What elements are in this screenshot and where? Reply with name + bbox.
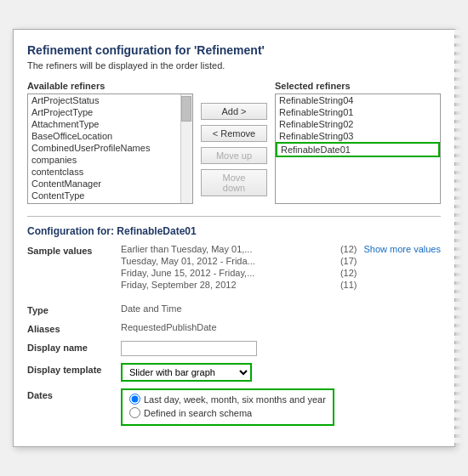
sample-value-line: Tuesday, May 01, 2012 - Frida... (17): [121, 256, 357, 266]
type-value: Date and Time: [121, 303, 441, 314]
list-item[interactable]: ContentType: [28, 190, 180, 201]
show-more-link[interactable]: Show more values: [364, 244, 442, 254]
dates-label: Dates: [27, 388, 121, 400]
display-name-row: Display name: [27, 341, 441, 356]
available-refiners-label: Available refiners: [27, 81, 193, 91]
radio-defined-label: Defined in search schema: [144, 408, 252, 418]
list-item[interactable]: RefinableString01: [276, 106, 440, 118]
move-down-button[interactable]: Move down: [201, 169, 267, 196]
refinement-dialog: Refinement configuration for 'Refinement…: [13, 29, 455, 447]
radio-row-defined: Defined in search schema: [129, 407, 326, 418]
list-item[interactable]: contentclass: [28, 166, 180, 178]
list-item[interactable]: BaseOfficeLocation: [28, 130, 180, 142]
list-item[interactable]: ArtProjectStatus: [28, 94, 180, 106]
sample-values-row: Sample values Earlier than Tuesday, May …: [27, 244, 441, 292]
radio-last-day-label: Last day, week, month, six months and ye…: [144, 394, 326, 405]
sample-count: (12): [340, 244, 357, 254]
aliases-row: Aliases RequestedPublishDate: [27, 322, 441, 334]
radio-defined[interactable]: [129, 407, 140, 418]
display-name-label: Display name: [27, 341, 121, 353]
transfer-buttons: Add > < Remove Move up Move down: [200, 81, 268, 204]
aliases-value: RequestedPublishDate: [121, 322, 441, 332]
display-template-row: Display template Slider with bar graph M…: [27, 363, 441, 382]
type-label: Type: [27, 303, 121, 315]
sample-values-content: Earlier than Tuesday, May 01,... (12) Tu…: [121, 244, 357, 292]
move-up-button[interactable]: Move up: [201, 147, 267, 164]
sample-count: (12): [340, 268, 357, 278]
sample-text: Tuesday, May 01, 2012 - Frida...: [121, 256, 255, 266]
radio-last-day[interactable]: [129, 394, 140, 405]
list-item[interactable]: ArtProjectType: [28, 106, 180, 118]
selected-refiners-label: Selected refiners: [275, 81, 441, 91]
scroll-thumb[interactable]: [181, 96, 191, 122]
sample-text: Friday, September 28, 2012: [121, 280, 237, 290]
sample-value-line: Friday, June 15, 2012 - Friday,... (12): [121, 268, 357, 278]
sample-value-line: Earlier than Tuesday, May 01,... (12): [121, 244, 357, 254]
add-button[interactable]: Add >: [201, 103, 267, 120]
radio-row-last-day: Last day, week, month, six months and ye…: [129, 394, 326, 405]
list-item[interactable]: RefinableString03: [276, 130, 440, 142]
selected-refiners-panel: Selected refiners RefinableString04 Refi…: [275, 81, 441, 204]
list-item[interactable]: RefinableString04: [276, 94, 440, 106]
list-item[interactable]: companies: [28, 154, 180, 166]
sample-text: Friday, June 15, 2012 - Friday,...: [121, 268, 254, 278]
available-refiners-listbox[interactable]: ArtProjectStatus ArtProjectType Attachme…: [27, 94, 193, 204]
list-item[interactable]: CombinedUserProfileNames: [28, 142, 180, 154]
display-template-label: Display template: [27, 363, 121, 375]
display-template-select[interactable]: Slider with bar graph Multi-value refine…: [123, 365, 250, 380]
dates-options: Last day, week, month, six months and ye…: [121, 388, 334, 426]
list-item[interactable]: ContentTypeId: [28, 201, 180, 204]
sample-text: Earlier than Tuesday, May 01,...: [121, 244, 252, 254]
sample-values-label: Sample values: [27, 244, 121, 256]
type-row: Type Date and Time: [27, 303, 441, 315]
list-item-selected[interactable]: RefinableDate01: [276, 142, 440, 157]
dates-row: Dates Last day, week, month, six months …: [27, 388, 441, 426]
config-section: Configuration for: RefinableDate01 Sampl…: [27, 216, 441, 426]
list-item[interactable]: ContentManager: [28, 178, 180, 190]
sample-value-line: Friday, September 28, 2012 (11): [121, 280, 357, 290]
scrollbar[interactable]: [180, 94, 192, 203]
list-item[interactable]: AttachmentType: [28, 118, 180, 130]
list-item[interactable]: RefinableString02: [276, 118, 440, 130]
display-template-select-wrapper: Slider with bar graph Multi-value refine…: [121, 363, 252, 382]
config-title: Configuration for: RefinableDate01: [27, 225, 441, 237]
display-name-input[interactable]: [121, 341, 257, 356]
aliases-label: Aliases: [27, 322, 121, 334]
dialog-title: Refinement configuration for 'Refinement…: [27, 43, 441, 57]
dates-radio-group: Last day, week, month, six months and ye…: [121, 388, 334, 426]
selected-refiners-listbox[interactable]: RefinableString04 RefinableString01 Refi…: [275, 94, 441, 204]
sample-count: (17): [340, 256, 357, 266]
available-refiners-panel: Available refiners ArtProjectStatus ArtP…: [27, 81, 193, 204]
sample-count: (11): [340, 280, 357, 290]
dialog-subtitle: The refiners will be displayed in the or…: [27, 60, 441, 71]
remove-button[interactable]: < Remove: [201, 125, 267, 142]
